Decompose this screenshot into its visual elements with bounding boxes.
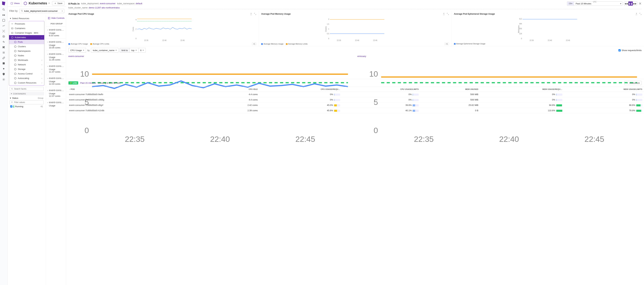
bug-icon[interactable] <box>2 67 5 70</box>
facet-value-running[interactable]: Running 41 <box>8 105 45 108</box>
chart-title[interactable]: event-consumer <box>68 55 264 58</box>
shield-icon[interactable] <box>2 72 5 76</box>
pod-group-row[interactable]: ›event-cons…Usage12.07 cores <box>46 87 66 99</box>
table-row[interactable]: event-consumer-7c868d5bb5-d6grf2.42 core… <box>66 102 264 108</box>
facet-status[interactable]: ▾ Status Group <box>8 96 45 100</box>
facet-group-containers[interactable]: ▾ CONTAINERS <box>9 92 44 96</box>
sidebar-item-namespaces[interactable]: Namespaces <box>9 49 44 53</box>
past-range[interactable]: Past 15 minutes <box>80 82 96 84</box>
sidebar-item-autoscaling[interactable]: Autoscaling› <box>9 76 44 80</box>
pod-group-row[interactable]: ›event-cons…Usage10.05 cores <box>46 38 66 50</box>
facet-checkbox[interactable] <box>10 105 12 108</box>
legend-item[interactable]: Average Memory Usage <box>261 43 264 45</box>
column-header[interactable]: CPU IDLE <box>210 87 260 92</box>
kubernetes-icon <box>14 68 16 70</box>
legend-item[interactable]: Average CPU Limits <box>90 43 109 45</box>
list-icon[interactable] <box>2 51 5 54</box>
network-icon[interactable] <box>2 30 5 32</box>
legend-item[interactable]: Average CPU Usage <box>68 43 88 45</box>
table-row[interactable]: event-consumer-7c868d5bb5-h2n9b2.39 core… <box>66 108 264 113</box>
limit-dir-select[interactable]: top <box>130 48 139 52</box>
table-row[interactable]: event-consumer-7c868d5bb5-9wffv4.4 cores… <box>66 92 264 97</box>
svg-marker-30 <box>14 46 16 48</box>
limit-n-select[interactable]: 6 <box>139 48 146 52</box>
sidebar-item-workloads[interactable]: Workloads› <box>9 58 44 62</box>
column-header[interactable]: CPU USAGE/REQU… <box>259 87 264 92</box>
link-icon[interactable] <box>2 56 5 60</box>
book-icon[interactable] <box>2 62 5 65</box>
datadog-logo-icon[interactable] <box>1 1 6 6</box>
sidebar-item-kubernetes[interactable]: Kubernetes› <box>9 35 44 40</box>
pod-group-row[interactable]: ›event-cons…Usage8.03 cores <box>46 26 66 38</box>
container-chart: event-consumer051022:3522:4022:45 <box>66 54 264 77</box>
cpu-usage-req-cell: 45.0% <box>259 102 264 108</box>
fullscreen-icon[interactable] <box>254 13 256 15</box>
pod-group-row[interactable]: ›event-cons…Usage11.05 cores <box>46 50 66 63</box>
chevron-right-icon[interactable]: › <box>47 28 48 31</box>
svg-marker-38 <box>14 82 16 84</box>
chevron-right-icon[interactable]: › <box>47 77 48 80</box>
sidebar-item-pods[interactable]: Pods <box>9 40 44 44</box>
chart-icon[interactable] <box>2 24 5 27</box>
sidebar-item-containers[interactable]: Containers <box>9 26 44 30</box>
svg-point-0 <box>3 8 4 10</box>
sidebar-item-access-control[interactable]: Access Control› <box>9 72 44 76</box>
facet-search[interactable] <box>10 87 44 91</box>
legend-more[interactable]: +1 <box>252 43 256 45</box>
sidebar-item-storage[interactable]: Storage› <box>9 67 44 72</box>
sidebar-item-label: Access Control <box>18 72 32 75</box>
sidebar-item-processes[interactable]: Processes <box>9 22 44 26</box>
table-row[interactable]: event-consumer-7c868d5bb5-c868g4.4 cores… <box>66 97 264 102</box>
gear-icon[interactable] <box>2 78 5 81</box>
sidebar-item-label: Containers <box>15 27 26 30</box>
facet-group-link[interactable]: Group <box>38 97 43 99</box>
scope-tag[interactable]: kube_namespace:default <box>117 2 142 5</box>
usage-value: 8.03 cores <box>49 34 64 37</box>
svg-text:2: 2 <box>136 28 137 30</box>
dashboard-icon[interactable] <box>2 19 5 22</box>
chevron-right-icon[interactable]: › <box>47 53 48 55</box>
save-button[interactable]: Save <box>52 1 64 6</box>
filter-input[interactable]: × <box>19 9 64 13</box>
export-icon[interactable] <box>250 13 252 15</box>
metric-select[interactable]: CPU Usage <box>68 48 86 52</box>
filter-field[interactable] <box>24 10 61 12</box>
pod-group-name: event-cons… <box>49 89 64 92</box>
chevron-right-icon[interactable]: › <box>47 89 48 92</box>
sidebar-item-clusters[interactable]: Clusters <box>9 44 44 49</box>
hide-controls-button[interactable]: Hide Controls <box>46 15 66 22</box>
dimension-select[interactable]: kube_container_name <box>91 48 119 52</box>
pod-group-row[interactable]: ›event-cons…Usage12.03 cores <box>46 75 66 87</box>
svg-rect-3 <box>4 14 5 16</box>
chart-plot[interactable]: 02422:3522:4022:45Cores <box>68 16 256 42</box>
usage-label: Usage <box>49 104 64 107</box>
pod-name-cell: event-consumer-7c868d5bb5-c868g <box>66 97 210 102</box>
facet-value-filter-field[interactable] <box>14 101 42 104</box>
sidebar-item-container-images[interactable]: Container ImagesBETA <box>9 30 44 35</box>
sidebar-item-custom-resources[interactable]: Custom Resources› <box>9 80 44 85</box>
binoculars-icon[interactable] <box>2 14 5 16</box>
pod-group-row[interactable]: ›event-cons…Usage <box>46 99 66 108</box>
pulse-icon[interactable] <box>2 40 5 43</box>
column-header[interactable]: ↑ POD <box>66 87 210 92</box>
chevron-right-icon[interactable]: › <box>47 101 48 104</box>
sidebar-item-network[interactable]: Network› <box>9 62 44 67</box>
usage-value: 12.07 cores <box>49 95 64 97</box>
scope-tag[interactable]: kube_deployment:event-consumer <box>81 2 116 5</box>
search-icon[interactable] <box>2 8 5 11</box>
clear-icon[interactable]: × <box>62 10 63 12</box>
chevron-right-icon[interactable]: › <box>47 65 48 68</box>
chevron-down-icon[interactable] <box>48 3 50 4</box>
chart-plot[interactable]: 00.511.5222:3522:4022:45Gibytes <box>261 16 264 42</box>
views-button[interactable]: Views <box>9 0 21 6</box>
facet-value-filter[interactable] <box>10 100 44 104</box>
chevron-right-icon[interactable]: › <box>47 41 48 43</box>
target-icon[interactable] <box>2 35 5 38</box>
facet-search-field[interactable] <box>14 88 42 90</box>
facet-status-label: Status <box>12 97 18 99</box>
scope-tag[interactable]: kube_cluster_name:demo-11287-aks-northce… <box>68 6 264 9</box>
pod-group-row[interactable]: ›event-cons…Usage11.07 cores <box>46 63 66 75</box>
puzzle-icon[interactable] <box>2 46 5 49</box>
sidebar-item-nodes[interactable]: Nodes <box>9 53 44 58</box>
select-resources-toggle[interactable]: ▾ Select Resources <box>8 16 45 21</box>
